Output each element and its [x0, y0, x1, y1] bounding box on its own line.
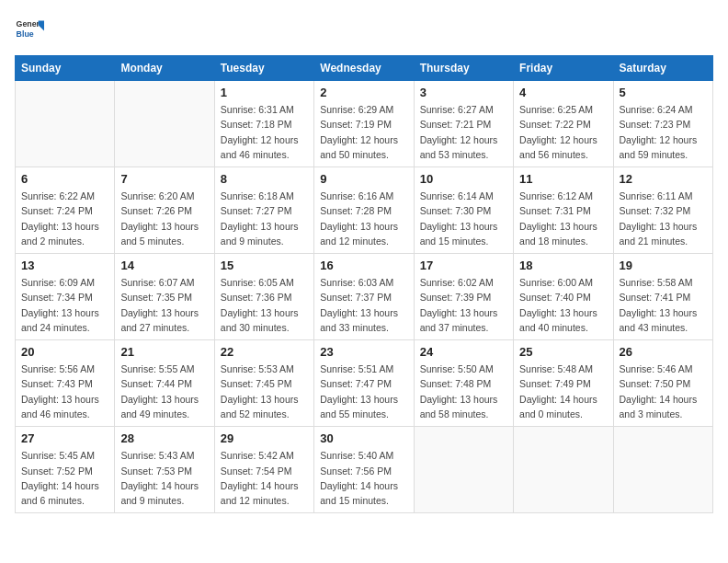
day-info: Sunrise: 6:09 AMSunset: 7:34 PMDaylight:… [21, 275, 108, 335]
weekday-header: Thursday [414, 56, 513, 81]
weekday-header: Wednesday [314, 56, 414, 81]
weekday-header: Tuesday [214, 56, 313, 81]
calendar-day-cell [115, 81, 214, 167]
day-number: 8 [221, 172, 308, 186]
day-info: Sunrise: 6:25 AMSunset: 7:22 PMDaylight:… [519, 102, 607, 162]
weekday-header: Monday [115, 56, 214, 81]
day-number: 6 [21, 172, 108, 186]
day-info: Sunrise: 5:43 AMSunset: 7:53 PMDaylight:… [120, 448, 208, 508]
day-info: Sunrise: 5:56 AMSunset: 7:43 PMDaylight:… [21, 362, 108, 421]
calendar-day-cell: 5Sunrise: 6:24 AMSunset: 7:23 PMDaylight… [613, 81, 712, 167]
day-info: Sunrise: 6:00 AMSunset: 7:40 PMDaylight:… [519, 275, 607, 335]
day-info: Sunrise: 6:05 AMSunset: 7:36 PMDaylight:… [221, 275, 308, 335]
calendar-day-cell: 11Sunrise: 6:12 AMSunset: 7:31 PMDayligh… [514, 167, 613, 254]
day-number: 9 [320, 172, 407, 186]
day-number: 16 [320, 259, 407, 272]
logo: General Blue [15, 15, 48, 44]
day-number: 3 [420, 86, 507, 99]
calendar-day-cell: 28Sunrise: 5:43 AMSunset: 7:53 PMDayligh… [115, 427, 214, 513]
calendar-day-cell [414, 427, 513, 513]
day-number: 18 [519, 259, 607, 272]
calendar-week-row: 1Sunrise: 6:31 AMSunset: 7:18 PMDaylight… [16, 81, 713, 167]
calendar-day-cell [613, 427, 712, 513]
calendar-day-cell: 16Sunrise: 6:03 AMSunset: 7:37 PMDayligh… [314, 254, 414, 340]
day-number: 24 [420, 345, 507, 359]
day-info: Sunrise: 5:58 AMSunset: 7:41 PMDaylight:… [620, 275, 707, 335]
day-number: 19 [620, 259, 707, 272]
logo-icon: General Blue [15, 15, 44, 44]
day-info: Sunrise: 6:22 AMSunset: 7:24 PMDaylight:… [21, 189, 108, 248]
calendar-day-cell: 12Sunrise: 6:11 AMSunset: 7:32 PMDayligh… [613, 167, 712, 254]
day-info: Sunrise: 6:20 AMSunset: 7:26 PMDaylight:… [120, 189, 208, 248]
svg-marker-2 [39, 20, 44, 30]
calendar-day-cell: 3Sunrise: 6:27 AMSunset: 7:21 PMDaylight… [414, 81, 513, 167]
calendar-week-row: 13Sunrise: 6:09 AMSunset: 7:34 PMDayligh… [16, 254, 713, 340]
day-info: Sunrise: 5:46 AMSunset: 7:50 PMDaylight:… [620, 362, 707, 421]
day-number: 12 [620, 172, 707, 186]
calendar-day-cell: 2Sunrise: 6:29 AMSunset: 7:19 PMDaylight… [314, 81, 414, 167]
calendar-day-cell: 15Sunrise: 6:05 AMSunset: 7:36 PMDayligh… [214, 254, 313, 340]
calendar-day-cell: 22Sunrise: 5:53 AMSunset: 7:45 PMDayligh… [214, 340, 313, 427]
day-info: Sunrise: 6:31 AMSunset: 7:18 PMDaylight:… [221, 102, 308, 162]
calendar-day-cell: 8Sunrise: 6:18 AMSunset: 7:27 PMDaylight… [214, 167, 313, 254]
day-info: Sunrise: 6:27 AMSunset: 7:21 PMDaylight:… [420, 102, 507, 162]
day-info: Sunrise: 6:24 AMSunset: 7:23 PMDaylight:… [620, 102, 707, 162]
calendar-day-cell: 24Sunrise: 5:50 AMSunset: 7:48 PMDayligh… [414, 340, 513, 427]
calendar-day-cell: 9Sunrise: 6:16 AMSunset: 7:28 PMDaylight… [314, 167, 414, 254]
weekday-header: Saturday [613, 56, 712, 81]
calendar-week-row: 27Sunrise: 5:45 AMSunset: 7:52 PMDayligh… [16, 427, 713, 513]
day-info: Sunrise: 5:53 AMSunset: 7:45 PMDaylight:… [221, 362, 308, 421]
calendar-day-cell: 6Sunrise: 6:22 AMSunset: 7:24 PMDaylight… [16, 167, 115, 254]
day-number: 2 [320, 86, 407, 99]
calendar-day-cell: 29Sunrise: 5:42 AMSunset: 7:54 PMDayligh… [214, 427, 313, 513]
calendar-day-cell: 27Sunrise: 5:45 AMSunset: 7:52 PMDayligh… [16, 427, 115, 513]
day-number: 27 [21, 431, 108, 445]
day-info: Sunrise: 5:48 AMSunset: 7:49 PMDaylight:… [519, 362, 607, 421]
day-number: 30 [320, 431, 407, 445]
day-number: 10 [420, 172, 507, 186]
day-info: Sunrise: 5:55 AMSunset: 7:44 PMDaylight:… [120, 362, 208, 421]
calendar-day-cell: 10Sunrise: 6:14 AMSunset: 7:30 PMDayligh… [414, 167, 513, 254]
calendar-day-cell: 17Sunrise: 6:02 AMSunset: 7:39 PMDayligh… [414, 254, 513, 340]
day-number: 7 [120, 172, 208, 186]
calendar-day-cell: 25Sunrise: 5:48 AMSunset: 7:49 PMDayligh… [514, 340, 613, 427]
svg-text:Blue: Blue [17, 29, 34, 39]
day-info: Sunrise: 6:03 AMSunset: 7:37 PMDaylight:… [320, 275, 407, 335]
page-header: General Blue [15, 15, 713, 44]
day-info: Sunrise: 6:11 AMSunset: 7:32 PMDaylight:… [620, 189, 707, 248]
calendar-table: SundayMondayTuesdayWednesdayThursdayFrid… [15, 55, 713, 513]
day-number: 17 [420, 259, 507, 272]
day-number: 13 [21, 259, 108, 272]
calendar-day-cell: 30Sunrise: 5:40 AMSunset: 7:56 PMDayligh… [314, 427, 414, 513]
calendar-day-cell: 18Sunrise: 6:00 AMSunset: 7:40 PMDayligh… [514, 254, 613, 340]
day-info: Sunrise: 5:50 AMSunset: 7:48 PMDaylight:… [420, 362, 507, 421]
day-info: Sunrise: 6:29 AMSunset: 7:19 PMDaylight:… [320, 102, 407, 162]
day-number: 11 [519, 172, 607, 186]
calendar-day-cell: 21Sunrise: 5:55 AMSunset: 7:44 PMDayligh… [115, 340, 214, 427]
day-info: Sunrise: 6:02 AMSunset: 7:39 PMDaylight:… [420, 275, 507, 335]
day-number: 15 [221, 259, 308, 272]
day-number: 29 [221, 431, 308, 445]
calendar-day-cell [16, 81, 115, 167]
day-info: Sunrise: 5:42 AMSunset: 7:54 PMDaylight:… [221, 448, 308, 508]
calendar-day-cell: 20Sunrise: 5:56 AMSunset: 7:43 PMDayligh… [16, 340, 115, 427]
calendar-day-cell: 23Sunrise: 5:51 AMSunset: 7:47 PMDayligh… [314, 340, 414, 427]
day-info: Sunrise: 5:51 AMSunset: 7:47 PMDaylight:… [320, 362, 407, 421]
day-number: 21 [120, 345, 208, 359]
day-info: Sunrise: 6:07 AMSunset: 7:35 PMDaylight:… [120, 275, 208, 335]
calendar-day-cell: 19Sunrise: 5:58 AMSunset: 7:41 PMDayligh… [613, 254, 712, 340]
calendar-day-cell: 13Sunrise: 6:09 AMSunset: 7:34 PMDayligh… [16, 254, 115, 340]
calendar-header-row: SundayMondayTuesdayWednesdayThursdayFrid… [16, 56, 713, 81]
calendar-day-cell: 4Sunrise: 6:25 AMSunset: 7:22 PMDaylight… [514, 81, 613, 167]
day-number: 14 [120, 259, 208, 272]
day-info: Sunrise: 6:12 AMSunset: 7:31 PMDaylight:… [519, 189, 607, 248]
day-info: Sunrise: 6:18 AMSunset: 7:27 PMDaylight:… [221, 189, 308, 248]
calendar-day-cell: 14Sunrise: 6:07 AMSunset: 7:35 PMDayligh… [115, 254, 214, 340]
day-number: 25 [519, 345, 607, 359]
calendar-day-cell: 26Sunrise: 5:46 AMSunset: 7:50 PMDayligh… [613, 340, 712, 427]
calendar-day-cell: 7Sunrise: 6:20 AMSunset: 7:26 PMDaylight… [115, 167, 214, 254]
day-number: 5 [620, 86, 707, 99]
day-info: Sunrise: 6:16 AMSunset: 7:28 PMDaylight:… [320, 189, 407, 248]
calendar-week-row: 20Sunrise: 5:56 AMSunset: 7:43 PMDayligh… [16, 340, 713, 427]
day-number: 26 [620, 345, 707, 359]
